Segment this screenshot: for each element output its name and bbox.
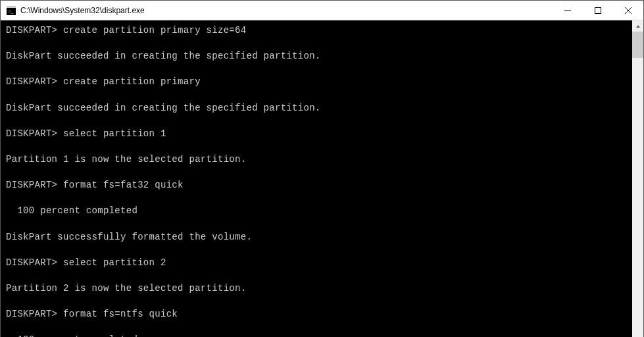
terminal-blank-line (6, 38, 627, 51)
command-text: create partition primary size=64 (57, 25, 246, 36)
terminal-command-line: DISKPART> create partition primary (6, 76, 627, 89)
prompt: DISKPART> (6, 309, 57, 319)
maximize-button[interactable] (583, 1, 613, 20)
command-text: select partition 1 (57, 128, 166, 139)
terminal-command-line: DISKPART> select partition 2 (6, 257, 627, 270)
terminal-blank-line (6, 295, 627, 308)
terminal-blank-line (6, 269, 627, 282)
output-text: Partition 2 is now the selected partitio… (6, 283, 246, 294)
prompt: DISKPART> (6, 257, 57, 268)
output-text: DiskPart succeeded in creating the speci… (6, 51, 321, 61)
app-icon: >_ (6, 5, 16, 16)
scroll-thumb[interactable] (632, 32, 643, 58)
terminal-blank-line (6, 89, 627, 102)
terminal-output[interactable]: DISKPART> create partition primary size=… (1, 20, 632, 337)
svg-marker-7 (636, 25, 640, 28)
terminal-command-line: DISKPART> format fs=ntfs quick (6, 308, 627, 321)
client-area: DISKPART> create partition primary size=… (1, 20, 643, 337)
terminal-output-line: DiskPart succeeded in creating the speci… (6, 102, 627, 115)
window-title: C:\Windows\System32\diskpart.exe (20, 6, 553, 15)
terminal-blank-line (6, 321, 627, 334)
terminal-output-line: Partition 1 is now the selected partitio… (6, 153, 627, 167)
scroll-up-button[interactable] (632, 20, 643, 32)
command-text: format fs=fat32 quick (57, 180, 183, 190)
command-text: format fs=ntfs quick (57, 309, 178, 319)
output-text: Partition 1 is now the selected partitio… (6, 154, 246, 165)
command-text: select partition 2 (57, 257, 166, 268)
output-text: 100 percent completed (6, 205, 137, 216)
terminal-command-line: DISKPART> create partition primary size=… (6, 24, 627, 38)
window-controls (553, 1, 643, 20)
terminal-output-line: 100 percent completed (6, 205, 627, 218)
close-button[interactable] (613, 1, 643, 20)
minimize-button[interactable] (553, 1, 583, 20)
svg-text:>_: >_ (8, 9, 14, 14)
prompt: DISKPART> (6, 76, 57, 87)
terminal-blank-line (6, 115, 627, 128)
prompt: DISKPART> (6, 25, 57, 36)
titlebar[interactable]: >_ C:\Windows\System32\diskpart.exe (1, 1, 643, 20)
prompt: DISKPART> (6, 128, 57, 139)
terminal-output-line: DiskPart succeeded in creating the speci… (6, 50, 627, 63)
svg-rect-1 (7, 6, 16, 8)
terminal-blank-line (6, 192, 627, 205)
terminal-output-line: 100 percent completed (6, 334, 627, 337)
vertical-scrollbar[interactable] (632, 20, 643, 337)
terminal-blank-line (6, 140, 627, 153)
terminal-blank-line (6, 244, 627, 257)
output-text: 100 percent completed (6, 334, 137, 337)
terminal-command-line: DISKPART> format fs=fat32 quick (6, 179, 627, 192)
output-text: DiskPart successfully formatted the volu… (6, 232, 252, 242)
prompt: DISKPART> (6, 180, 57, 190)
terminal-output-line: Partition 2 is now the selected partitio… (6, 282, 627, 296)
terminal-blank-line (6, 167, 627, 180)
terminal-command-line: DISKPART> select partition 1 (6, 128, 627, 141)
terminal-blank-line (6, 63, 627, 76)
svg-rect-4 (595, 7, 601, 13)
output-text: DiskPart succeeded in creating the speci… (6, 103, 321, 113)
terminal-blank-line (6, 218, 627, 231)
console-window: >_ C:\Windows\System32\diskpart.exe DISK… (0, 0, 644, 337)
command-text: create partition primary (57, 76, 201, 87)
terminal-output-line: DiskPart successfully formatted the volu… (6, 231, 627, 244)
